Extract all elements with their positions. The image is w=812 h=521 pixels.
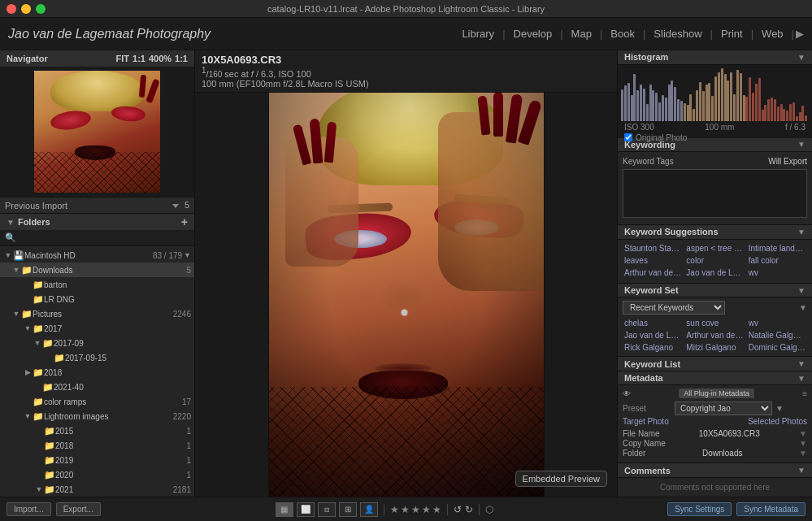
nav-slideshow[interactable]: Slideshow bbox=[647, 26, 708, 41]
star-4[interactable]: ★ bbox=[422, 504, 431, 515]
keyword-set-options[interactable]: ▼ bbox=[799, 303, 807, 312]
nav-develop[interactable]: Develop bbox=[507, 26, 559, 41]
folder-2017-09-15[interactable]: 📁 2017-09-15 bbox=[0, 350, 194, 365]
folder-2020[interactable]: 📁 2020 1 bbox=[0, 467, 194, 482]
folder-2015[interactable]: 📁 2015 1 bbox=[0, 423, 194, 438]
folder-downloads[interactable]: ▼ 📁 Downloads 5 bbox=[0, 263, 194, 277]
navigator-header[interactable]: Navigator FIT 1:1 400% 1:1 bbox=[0, 50, 194, 67]
keyword-list-expand-icon[interactable]: ▼ bbox=[797, 359, 805, 368]
develop-button[interactable]: ⬡ bbox=[485, 504, 493, 515]
rotate-left-button[interactable]: ↺ bbox=[454, 504, 462, 515]
kw-suggestion-8[interactable]: wv bbox=[747, 267, 807, 278]
keyword-set-dropdown[interactable]: Recent Keywords Outdoor Photography Port… bbox=[623, 301, 725, 315]
histogram-header[interactable]: Histogram ▼ bbox=[618, 50, 812, 65]
plugin-metadata-badge[interactable]: All Plug-in Metadata bbox=[679, 389, 754, 398]
folder-macintosh-hd[interactable]: ▼ 💾 Macintosh HD 83 / 179 ▼ bbox=[0, 248, 194, 263]
metadata-options[interactable]: ≡ bbox=[802, 389, 807, 398]
keyword-set-expand-icon[interactable]: ▼ bbox=[797, 286, 805, 295]
previous-import-bar[interactable]: Previous Import 5 bbox=[0, 198, 194, 214]
zoom-fill[interactable]: 1:1 bbox=[132, 54, 145, 63]
people-view-button[interactable]: 👤 bbox=[360, 502, 378, 517]
folder-2017[interactable]: ▼ 📁 2017 bbox=[0, 321, 194, 336]
folder-2017-09[interactable]: ▼ 📁 2017-09 bbox=[0, 336, 194, 350]
folder-icon: 📁 bbox=[54, 353, 65, 363]
kw-suggestion-5[interactable]: fall color bbox=[747, 255, 807, 266]
kw-set-rick[interactable]: Rick Galgano bbox=[623, 342, 683, 353]
maximize-button[interactable] bbox=[36, 4, 46, 14]
folder-2021-40[interactable]: 📁 2021-40 bbox=[0, 380, 194, 394]
kw-set-mitzi[interactable]: Mitzi Galgano bbox=[684, 342, 745, 353]
folders-collapse-arrow[interactable]: ▼ bbox=[7, 218, 15, 227]
nav-web[interactable]: Web bbox=[755, 26, 790, 41]
close-button[interactable] bbox=[7, 4, 16, 14]
kw-suggestion-2[interactable]: Intimate landscape bbox=[747, 243, 807, 254]
export-button[interactable]: Export... bbox=[56, 502, 101, 516]
zoom-400[interactable]: 400% bbox=[149, 54, 172, 63]
metadata-expand-icon[interactable]: ▼ bbox=[797, 374, 805, 383]
kw-set-dominic[interactable]: Dominic Galgano bbox=[747, 342, 807, 353]
kw-set-wv[interactable]: wv bbox=[747, 318, 807, 328]
kw-suggestion-4[interactable]: color bbox=[684, 255, 745, 266]
traffic-lights[interactable] bbox=[7, 4, 46, 14]
rotate-right-button[interactable]: ↻ bbox=[465, 504, 473, 515]
zoom-fit[interactable]: FIT bbox=[116, 54, 130, 63]
comments-header[interactable]: Comments ▼ bbox=[618, 463, 812, 478]
histogram-expand-icon[interactable]: ▼ bbox=[797, 53, 805, 62]
preset-select[interactable]: Copyright Jao bbox=[675, 402, 772, 415]
sync-metadata-button[interactable]: Sync Metadata bbox=[736, 502, 805, 516]
folder-barton[interactable]: 📁 barton bbox=[0, 277, 194, 292]
folder-2021b[interactable]: ▼ 📁 2021 2181 bbox=[0, 482, 194, 497]
folder-2019[interactable]: 📁 2019 1 bbox=[0, 453, 194, 467]
star-2[interactable]: ★ bbox=[401, 504, 410, 515]
loupe-view-button[interactable]: ⬜ bbox=[297, 502, 315, 517]
kw-set-natalie[interactable]: Natalie Galgano bbox=[747, 330, 807, 341]
grid-view-button[interactable]: ▦ bbox=[276, 502, 293, 517]
nav-book[interactable]: Book bbox=[604, 26, 641, 41]
kw-set-sun-cove[interactable]: sun cove bbox=[684, 318, 745, 328]
zoom-custom[interactable]: 1:1 bbox=[175, 54, 188, 63]
comments-expand-icon[interactable]: ▼ bbox=[797, 466, 805, 475]
nav-more[interactable]: ▶ bbox=[796, 28, 804, 40]
star-1[interactable]: ★ bbox=[390, 504, 399, 515]
keyword-suggestions-expand-icon[interactable]: ▼ bbox=[797, 228, 805, 237]
folder-2018b[interactable]: 📁 2018 1 bbox=[0, 438, 194, 453]
kw-set-chelas[interactable]: chelas bbox=[623, 318, 683, 328]
folder-lr-dng[interactable]: 📁 LR DNG bbox=[0, 292, 194, 306]
survey-view-button[interactable]: ⊞ bbox=[339, 502, 357, 517]
kw-set-jao[interactable]: Jao van de Lagemaat bbox=[623, 330, 683, 341]
star-3[interactable]: ★ bbox=[411, 504, 420, 515]
kw-suggestion-1[interactable]: aspen < tree < trees bbox=[684, 243, 745, 254]
nav-map[interactable]: Map bbox=[565, 26, 598, 41]
keyword-set-header[interactable]: Keyword Set ▼ bbox=[618, 284, 812, 298]
keyword-suggestions-header[interactable]: Keyword Suggestions ▼ bbox=[618, 225, 812, 240]
folder-meta-label: Folder bbox=[623, 449, 645, 458]
folder-color-ramps[interactable]: 📁 color ramps 17 bbox=[0, 394, 194, 409]
folder-pictures[interactable]: ▼ 📁 Pictures 2246 bbox=[0, 306, 194, 321]
folder-2018[interactable]: ▶ 📁 2018 bbox=[0, 365, 194, 380]
kw-suggestion-7[interactable]: Jao van de Lagemaat bbox=[684, 267, 745, 278]
nav-print[interactable]: Print bbox=[714, 26, 749, 41]
minimize-button[interactable] bbox=[21, 4, 31, 14]
folder-options[interactable]: ▼ bbox=[184, 251, 191, 259]
folder-search-input[interactable] bbox=[20, 233, 189, 243]
add-folder-button[interactable]: + bbox=[181, 215, 188, 228]
folder-lightroom-images[interactable]: ▼ 📁 Lightroom images 2220 bbox=[0, 409, 194, 423]
compare-view-button[interactable]: ⧈ bbox=[318, 502, 336, 517]
svg-marker-0 bbox=[172, 204, 179, 208]
folders-header[interactable]: ▼ Folders + bbox=[0, 214, 194, 230]
original-photo-checkbox[interactable] bbox=[624, 133, 632, 141]
keyword-input[interactable] bbox=[623, 169, 807, 218]
target-photo-link[interactable]: Target Photo bbox=[623, 417, 669, 426]
metadata-header[interactable]: Metadata ▼ bbox=[618, 371, 812, 386]
keyword-list-header[interactable]: Keyword List ▼ bbox=[618, 357, 812, 371]
import-button[interactable]: Import... bbox=[7, 502, 51, 516]
kw-suggestion-3[interactable]: leaves bbox=[623, 255, 683, 266]
selected-photos-link[interactable]: Selected Photos bbox=[748, 417, 807, 426]
nav-library[interactable]: Library bbox=[455, 26, 501, 41]
kw-suggestion-6[interactable]: Arthur van de Lagema... bbox=[623, 267, 683, 278]
kw-suggestion-0[interactable]: Staunton State Park bbox=[623, 243, 683, 254]
sync-settings-button[interactable]: Sync Settings bbox=[667, 502, 732, 516]
kw-set-arthur[interactable]: Arthur van de Lagema... bbox=[684, 330, 745, 341]
preset-expand[interactable]: ▼ bbox=[775, 404, 784, 413]
star-5[interactable]: ★ bbox=[432, 504, 441, 515]
